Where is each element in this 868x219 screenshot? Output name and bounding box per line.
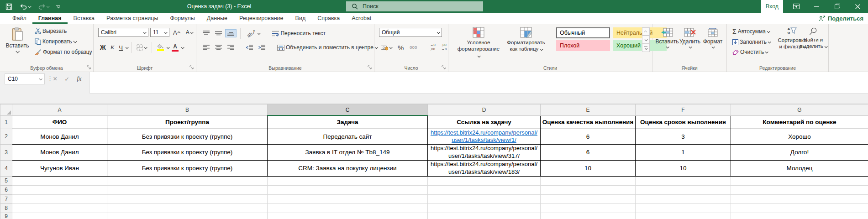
- percent-style-button[interactable]: %: [396, 43, 405, 52]
- align-center-icon[interactable]: [213, 44, 224, 51]
- style-chip-normal[interactable]: Обычный: [556, 27, 610, 38]
- empty-cell[interactable]: [12, 203, 107, 213]
- empty-cell[interactable]: [541, 185, 636, 194]
- tab-data[interactable]: Данные: [201, 13, 233, 24]
- formula-input[interactable]: [90, 72, 868, 93]
- align-middle-icon[interactable]: [213, 30, 224, 37]
- insert-function-icon[interactable]: fx: [77, 75, 81, 83]
- empty-cell[interactable]: [428, 203, 541, 213]
- conditional-formatting-button[interactable]: Условноеформатирование: [456, 27, 501, 59]
- decrease-indent-icon[interactable]: [244, 44, 255, 51]
- cut-button[interactable]: Вырезать: [33, 27, 94, 35]
- row-header-3[interactable]: 3: [0, 145, 12, 161]
- empty-cell[interactable]: [107, 185, 268, 194]
- cell-d1[interactable]: Ссылка на задачу: [428, 115, 541, 129]
- undo-button[interactable]: [20, 3, 31, 10]
- borders-dropdown-icon[interactable]: [144, 46, 147, 49]
- row-header-2[interactable]: 2: [0, 129, 12, 145]
- column-header-b[interactable]: B: [107, 104, 268, 116]
- format-painter-button[interactable]: Формат по образцу: [33, 48, 94, 56]
- minimize-icon[interactable]: [806, 0, 827, 13]
- empty-cell[interactable]: [541, 194, 636, 203]
- alignment-dialog-launcher-icon[interactable]: [368, 65, 372, 70]
- tab-acrobat[interactable]: Acrobat: [346, 13, 377, 24]
- comma-style-button[interactable]: 000: [408, 44, 419, 51]
- cell-g2[interactable]: Хорошо: [731, 129, 868, 145]
- empty-cell[interactable]: [12, 213, 107, 219]
- align-top-icon[interactable]: [201, 30, 211, 37]
- select-all-corner[interactable]: [0, 104, 12, 116]
- save-icon[interactable]: [5, 3, 12, 10]
- empty-cell[interactable]: [636, 185, 731, 194]
- cell-g3[interactable]: Долго!: [731, 145, 868, 161]
- name-box[interactable]: C10: [5, 73, 45, 84]
- format-cells-button[interactable]: Формат: [702, 28, 724, 48]
- delete-cells-button[interactable]: Удалить: [679, 28, 701, 48]
- cell-e4[interactable]: 10: [541, 161, 636, 177]
- column-header-g[interactable]: G: [731, 104, 868, 116]
- bold-button[interactable]: Ж: [98, 43, 108, 52]
- increase-decimal-button[interactable]: ←0,00: [428, 42, 437, 52]
- tab-help[interactable]: Справка: [311, 13, 346, 24]
- empty-cell[interactable]: [12, 194, 107, 203]
- cell-e2[interactable]: 6: [541, 129, 636, 145]
- column-header-e[interactable]: E: [541, 104, 636, 116]
- number-dialog-launcher-icon[interactable]: [442, 65, 446, 70]
- gallery-more-icon[interactable]: [642, 44, 650, 52]
- align-bottom-icon[interactable]: [226, 30, 236, 37]
- merge-center-button[interactable]: Объединить и поместить в центре: [275, 43, 379, 52]
- redo-button[interactable]: [38, 3, 49, 10]
- name-box-dropdown-icon[interactable]: [39, 77, 42, 80]
- clipboard-dialog-launcher-icon[interactable]: [87, 65, 91, 70]
- cell-e3[interactable]: 6: [541, 145, 636, 161]
- cell-c2[interactable]: Переделать сайт: [268, 129, 428, 145]
- cell-b1[interactable]: Проект/группа: [107, 115, 268, 129]
- underline-dropdown-icon[interactable]: [126, 46, 129, 49]
- empty-cell[interactable]: [731, 185, 868, 194]
- empty-cell[interactable]: [107, 194, 268, 203]
- borders-button[interactable]: [135, 43, 148, 52]
- autosum-button[interactable]: Σ Автосумма: [731, 27, 772, 36]
- empty-cell[interactable]: [731, 194, 868, 203]
- row-header-6[interactable]: 6: [0, 185, 12, 194]
- cell-f2[interactable]: 3: [636, 129, 731, 145]
- empty-cell[interactable]: [428, 213, 541, 219]
- restore-icon[interactable]: [827, 0, 847, 13]
- font-name-select[interactable]: Calibri: [98, 28, 148, 37]
- find-select-button[interactable]: Найти ивыделить: [799, 27, 827, 50]
- copy-button[interactable]: Копировать: [33, 37, 94, 46]
- font-size-select[interactable]: 11: [150, 28, 169, 37]
- underline-button[interactable]: Ч: [117, 43, 125, 52]
- paste-button[interactable]: Вставить: [5, 27, 30, 53]
- column-header-f[interactable]: F: [636, 104, 731, 116]
- empty-cell[interactable]: [541, 203, 636, 213]
- empty-cell[interactable]: [107, 176, 268, 185]
- tab-review[interactable]: Рецензирование: [233, 13, 289, 24]
- search-box[interactable]: [346, 1, 483, 11]
- accounting-dropdown-icon[interactable]: [389, 46, 393, 49]
- search-input[interactable]: [362, 3, 464, 10]
- tab-file[interactable]: Файл: [6, 13, 32, 24]
- cell-b3[interactable]: Без привязки к проекту (группе): [107, 145, 268, 161]
- empty-cell[interactable]: [428, 176, 541, 185]
- clear-dropdown-icon[interactable]: [765, 50, 768, 53]
- cell-a2[interactable]: Монов Данил: [12, 129, 107, 145]
- empty-cell[interactable]: [636, 203, 731, 213]
- empty-cell[interactable]: [636, 213, 731, 219]
- cell-d3-task-url[interactable]: https://test.bitrix24.ru/company/persona…: [428, 145, 541, 161]
- accounting-format-button[interactable]: [379, 44, 394, 52]
- format-dropdown-icon[interactable]: [711, 45, 715, 48]
- empty-cell[interactable]: [541, 176, 636, 185]
- cell-b2[interactable]: Без привязки к проекту (группе): [107, 129, 268, 145]
- empty-cell[interactable]: [636, 194, 731, 203]
- insert-dropdown-icon[interactable]: [666, 45, 669, 48]
- empty-cell[interactable]: [731, 213, 868, 219]
- cell-c3[interactable]: Заявка в IT отдел № Tb8_149: [268, 145, 428, 161]
- decrease-font-button[interactable]: A: [184, 28, 195, 36]
- empty-cell[interactable]: [731, 176, 868, 185]
- cell-d4-task-url[interactable]: https://test.bitrix24.ru/company/persona…: [428, 161, 541, 177]
- column-header-a[interactable]: A: [12, 104, 107, 116]
- row-header-8[interactable]: 8: [0, 203, 12, 213]
- tab-page-layout[interactable]: Разметка страницы: [100, 13, 164, 24]
- cell-a4[interactable]: Чугунов Иван: [12, 161, 107, 177]
